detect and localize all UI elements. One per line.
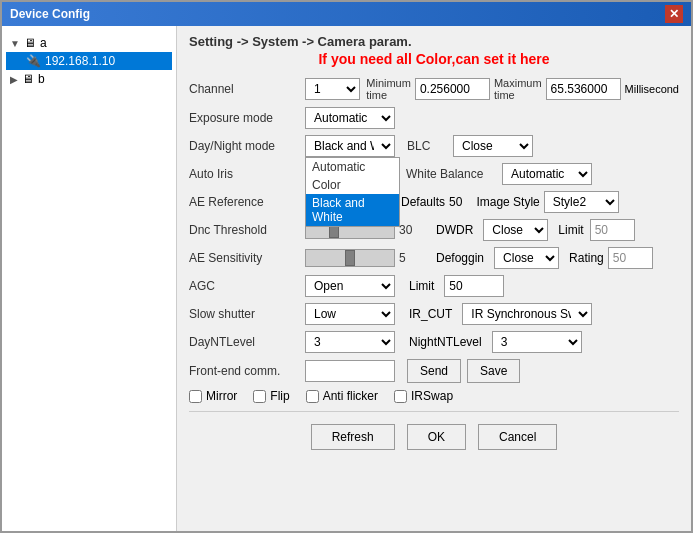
- antiflicker-checkbox-item[interactable]: Anti flicker: [306, 389, 378, 403]
- network-icon: 🔌: [26, 54, 41, 68]
- irswap-checkbox-item[interactable]: IRSwap: [394, 389, 453, 403]
- flip-label: Flip: [270, 389, 289, 403]
- slow-shutter-row: Slow shutter LowMediumHigh IR_CUT IR Syn…: [189, 303, 679, 325]
- cancel-button[interactable]: Cancel: [478, 424, 557, 450]
- save-button[interactable]: Save: [467, 359, 520, 383]
- ae-sensitivity-slider-container: 5: [305, 249, 424, 267]
- daynight-label: Day/Night mode: [189, 139, 299, 153]
- ae-sensitivity-slider[interactable]: [305, 249, 395, 267]
- frontend-label: Front-end comm.: [189, 364, 299, 378]
- defaults-group: Defaults 50: [401, 195, 462, 209]
- blc-label: BLC: [407, 139, 447, 153]
- irswap-label: IRSwap: [411, 389, 453, 403]
- checkbox-row: Mirror Flip Anti flicker IRSwap: [189, 389, 679, 403]
- blc-select[interactable]: CloseOpenHLDC: [453, 135, 533, 157]
- channel-label: Channel: [189, 82, 299, 96]
- sidebar-item-a[interactable]: ▼ 🖥 a: [6, 34, 172, 52]
- max-time-input[interactable]: [546, 78, 621, 100]
- flip-checkbox[interactable]: [253, 390, 266, 403]
- agc-limit-input[interactable]: [444, 275, 504, 297]
- nightntlevel-label: NightNTLevel: [409, 335, 482, 349]
- dnc-row: Dnc Threshold 30 DWDR CloseOpen Limit: [189, 219, 679, 241]
- nightntlevel-select[interactable]: 12345: [492, 331, 582, 353]
- rating-label: Rating: [569, 251, 604, 265]
- ok-button[interactable]: OK: [407, 424, 466, 450]
- image-style-label: Image Style: [476, 195, 539, 209]
- frontend-row: Front-end comm. Send Save: [189, 359, 679, 383]
- defog-select[interactable]: CloseOpen: [494, 247, 559, 269]
- sidebar-label-a: a: [40, 36, 47, 50]
- ae-sensitivity-row: AE Sensitivity 5 Defoggin CloseOpen Rati…: [189, 247, 679, 269]
- daynight-option-color[interactable]: Color: [306, 176, 399, 194]
- time-group: Minimum time Maximum time Millisecond: [366, 77, 679, 101]
- ircut-select[interactable]: IR Synchronous SwitchDay modeNight mode: [462, 303, 592, 325]
- dwdr-label: DWDR: [436, 223, 473, 237]
- mirror-checkbox[interactable]: [189, 390, 202, 403]
- agc-select[interactable]: OpenClose: [305, 275, 395, 297]
- min-time-input[interactable]: [415, 78, 490, 100]
- daynight-option-automatic[interactable]: Automatic: [306, 158, 399, 176]
- defog-label: Defoggin: [436, 251, 484, 265]
- defaults-label: Defaults: [401, 195, 445, 209]
- rating-group: Rating: [565, 247, 653, 269]
- footer-divider: [189, 411, 679, 412]
- daynight-option-bw[interactable]: Black and White: [306, 194, 399, 226]
- exposure-select[interactable]: AutomaticManual: [305, 107, 395, 129]
- irswap-checkbox[interactable]: [394, 390, 407, 403]
- sidebar-label-b: b: [38, 72, 45, 86]
- window-title: Device Config: [10, 7, 90, 21]
- slow-shutter-select[interactable]: LowMediumHigh: [305, 303, 395, 325]
- dayntlevel-row: DayNTLevel 12345 NightNTLevel 12345: [189, 331, 679, 353]
- breadcrumb: Setting -> System -> Camera param.: [189, 34, 679, 49]
- dnc-value: 30: [399, 223, 424, 237]
- mirror-label: Mirror: [206, 389, 237, 403]
- max-time-label: Maximum time: [494, 77, 542, 101]
- send-button[interactable]: Send: [407, 359, 461, 383]
- millisecond-label: Millisecond: [625, 83, 679, 95]
- monitor-icon: 🖥: [24, 36, 36, 50]
- mirror-checkbox-item[interactable]: Mirror: [189, 389, 237, 403]
- sidebar-item-b[interactable]: ▶ 🖥 b: [6, 70, 172, 88]
- daynight-dropdown-list: Automatic Color Black and White: [305, 157, 400, 227]
- ae-sensitivity-label: AE Sensitivity: [189, 251, 299, 265]
- footer-buttons: Refresh OK Cancel: [189, 416, 679, 458]
- rating-input: [608, 247, 653, 269]
- agc-limit-label: Limit: [409, 279, 434, 293]
- sidebar-item-ip[interactable]: 🔌 192.168.1.10: [6, 52, 172, 70]
- tree-expand-icon: ▼: [10, 38, 20, 49]
- channel-select[interactable]: 1234: [305, 78, 360, 100]
- dayntlevel-select[interactable]: 12345: [305, 331, 395, 353]
- daynight-row: Day/Night mode Black and WhiteAutomaticC…: [189, 135, 679, 157]
- tree-expand-icon-b: ▶: [10, 74, 18, 85]
- dwdr-limit-label: Limit: [558, 223, 583, 237]
- antiflicker-label: Anti flicker: [323, 389, 378, 403]
- dayntlevel-label: DayNTLevel: [189, 335, 299, 349]
- frontend-input[interactable]: [305, 360, 395, 382]
- antiflicker-checkbox[interactable]: [306, 390, 319, 403]
- main-panel: Setting -> System -> Camera param. If yo…: [177, 26, 691, 531]
- slow-shutter-label: Slow shutter: [189, 307, 299, 321]
- close-button[interactable]: ✕: [665, 5, 683, 23]
- channel-row: Channel 1234 Minimum time Maximum time M…: [189, 77, 679, 101]
- monitor-icon-b: 🖥: [22, 72, 34, 86]
- agc-row: AGC OpenClose Limit: [189, 275, 679, 297]
- refresh-button[interactable]: Refresh: [311, 424, 395, 450]
- dnc-label: Dnc Threshold: [189, 223, 299, 237]
- defaults-value: 50: [449, 195, 462, 209]
- agc-label: AGC: [189, 279, 299, 293]
- autoiris-label: Auto Iris: [189, 167, 299, 181]
- wb-select[interactable]: AutomaticIndoorOutdoorManual: [502, 163, 592, 185]
- daynight-select[interactable]: Black and WhiteAutomaticColor: [305, 135, 395, 157]
- daynight-dropdown-wrapper: Black and WhiteAutomaticColor Automatic …: [305, 135, 395, 157]
- exposure-label: Exposure mode: [189, 111, 299, 125]
- dwdr-select[interactable]: CloseOpen: [483, 219, 548, 241]
- hint-text: If you need all Color,can set it here: [189, 51, 679, 67]
- image-style-group: Image Style Style1Style2Style3: [476, 191, 618, 213]
- wb-label: White Balance: [406, 167, 496, 181]
- min-time-label: Minimum time: [366, 77, 411, 101]
- ae-sensitivity-value: 5: [399, 251, 424, 265]
- ae-ref-row: AE Reference Defaults 50 Image Style Sty…: [189, 191, 679, 213]
- ae-ref-label: AE Reference: [189, 195, 299, 209]
- flip-checkbox-item[interactable]: Flip: [253, 389, 289, 403]
- image-style-select[interactable]: Style1Style2Style3: [544, 191, 619, 213]
